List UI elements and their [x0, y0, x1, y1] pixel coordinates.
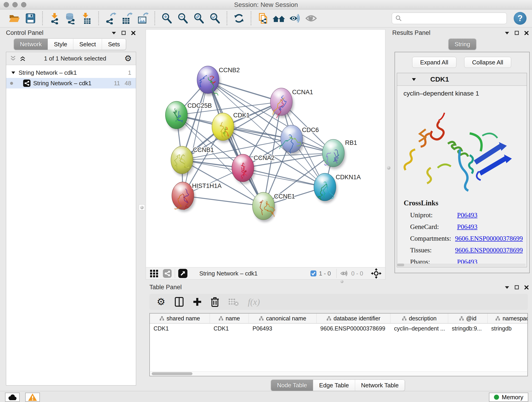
table-cell[interactable]: CDK1 [150, 324, 210, 333]
crosslink-link[interactable]: P06493 [457, 223, 477, 230]
network-node-CDKN1A[interactable]: CDKN1A [314, 173, 361, 203]
collapse-all-networks-icon[interactable] [19, 56, 26, 61]
tab-style[interactable]: Style [48, 39, 73, 50]
table-row[interactable]: CDK1CDK1P064939606.ENSP00000378699cyclin… [150, 324, 527, 333]
table-cell[interactable]: stringdb [488, 324, 528, 333]
table-cell[interactable]: stringdb:9... [448, 324, 488, 333]
scrollbar-thumb[interactable] [152, 372, 192, 375]
maximize-results-panel-icon[interactable] [515, 31, 519, 35]
fx-icon: f(x) [248, 297, 260, 307]
protein-card-scrollbar[interactable] [397, 264, 526, 266]
warnings-button[interactable] [25, 393, 40, 402]
expand-all-networks-icon[interactable] [10, 56, 16, 61]
delete-table-button[interactable] [228, 298, 239, 306]
search-icon [395, 15, 402, 22]
column-header-description[interactable]: description [390, 313, 448, 323]
collection-expander-icon[interactable] [11, 71, 15, 74]
close-results-panel-icon[interactable] [524, 31, 529, 35]
save-session-button[interactable] [24, 11, 37, 26]
right-splitter-handle[interactable] [386, 165, 391, 171]
home-button[interactable] [272, 11, 286, 26]
column-header-namespace[interactable]: namespace [488, 313, 528, 323]
search-input[interactable] [404, 15, 507, 22]
hide-selected-button[interactable] [288, 11, 302, 26]
network-node-CDK1[interactable]: CDK1 [212, 112, 250, 143]
network-node-RB1[interactable]: RB1 [322, 139, 357, 169]
table-cell[interactable]: P06493 [249, 324, 317, 333]
zoom-selected-button[interactable] [208, 11, 222, 26]
delete-column-button[interactable] [211, 297, 219, 307]
column-header-name[interactable]: name [210, 313, 249, 323]
protein-card-header[interactable]: CDK1 [397, 73, 527, 86]
network-node-CDC6[interactable]: CDC6 [279, 125, 319, 155]
network-node-CDC25B[interactable]: CDC25B [165, 101, 212, 131]
tab-sets[interactable]: Sets [102, 39, 126, 50]
close-panel-icon[interactable] [131, 31, 136, 35]
network-node-CCNA1[interactable]: CCNA1 [270, 88, 313, 118]
show-all-button[interactable] [304, 11, 318, 26]
export-table-button[interactable] [120, 11, 133, 26]
bottom-splitter-handle[interactable] [340, 280, 344, 283]
column-header-database-identifier[interactable]: database identifier [317, 313, 390, 323]
crosslink-link[interactable]: 9606.ENSP00000378699 [455, 246, 523, 254]
open-session-button[interactable] [7, 11, 21, 26]
import-network-button[interactable] [48, 11, 61, 26]
open-in-browser-icon[interactable] [178, 269, 187, 278]
function-builder-button[interactable]: f(x) [248, 297, 260, 307]
float-panel-icon[interactable] [111, 31, 116, 35]
table-horizontal-scrollbar[interactable] [149, 371, 528, 376]
network-row-selected[interactable]: String Network – cdk1 11 48 [6, 78, 136, 89]
node-label-CDK1: CDK1 [233, 112, 250, 119]
tab-select[interactable]: Select [73, 39, 102, 50]
help-button[interactable]: ? [514, 12, 526, 25]
selected-checkbox-icon[interactable] [310, 270, 317, 277]
column-header-canonical-name[interactable]: canonical name [249, 313, 317, 323]
table-tab-network-table[interactable]: Network Table [355, 380, 405, 391]
collapse-all-button[interactable]: Collapse All [464, 57, 511, 68]
create-column-button[interactable] [193, 298, 202, 306]
table-cell[interactable]: 9606.ENSP00000378699 [317, 324, 390, 333]
results-tab-string[interactable]: String [449, 39, 476, 50]
import-table-button[interactable] [80, 11, 94, 26]
protein-card-expander-icon[interactable] [412, 78, 416, 81]
show-columns-button[interactable] [175, 297, 184, 307]
cloud-status-button[interactable] [5, 393, 20, 402]
grid-view-icon[interactable] [150, 269, 159, 278]
tab-network[interactable]: Network [14, 39, 48, 50]
network-canvas[interactable]: CCNB2CCNA1CDC25BCDK1CDC6RB1CCNB1CCNA2CDK… [146, 29, 385, 268]
float-table-panel-icon[interactable] [505, 286, 510, 289]
search-field[interactable] [392, 13, 507, 24]
export-network-button[interactable] [104, 11, 118, 26]
zoom-in-button[interactable] [160, 11, 174, 26]
clone-network-button[interactable] [256, 11, 270, 26]
table-tab-edge-table[interactable]: Edge Table [313, 380, 355, 391]
crosslink-link[interactable]: 9606.ENSP00000378699 [455, 235, 523, 242]
expand-all-button[interactable]: Expand All [412, 57, 456, 68]
network-node-HIST1H1A[interactable]: HIST1H1A [172, 182, 222, 212]
zoom-out-button[interactable] [176, 11, 190, 26]
left-splitter-handle[interactable] [139, 204, 145, 211]
network-node-CCNB2[interactable]: CCNB2 [197, 66, 240, 96]
table-tab-node-table[interactable]: Node Table [271, 380, 313, 391]
table-cell[interactable]: CDK1 [210, 324, 249, 333]
fit-selection-crosshair-icon[interactable] [371, 268, 381, 279]
birds-eye-share-icon[interactable] [163, 269, 172, 278]
maximize-panel-icon[interactable] [121, 31, 126, 35]
zoom-fit-button[interactable] [192, 11, 206, 26]
export-image-button[interactable] [136, 11, 150, 26]
results-panel-title: Results Panel [392, 29, 431, 36]
import-network-from-database-button[interactable] [64, 11, 77, 26]
crosslink-link[interactable]: P06493 [457, 211, 477, 219]
network-node-CCNE1[interactable]: CCNE1 [253, 192, 295, 222]
close-table-panel-icon[interactable] [524, 285, 529, 290]
float-results-panel-icon[interactable] [505, 31, 510, 35]
table-cell[interactable]: cyclin–dependent ... [390, 324, 448, 333]
memory-button[interactable]: Memory [489, 393, 528, 402]
maximize-table-panel-icon[interactable] [515, 285, 519, 290]
network-options-gear-icon[interactable]: ⚙ [124, 54, 132, 63]
column-header-id[interactable]: @id [448, 313, 488, 323]
refresh-view-button[interactable] [232, 11, 246, 26]
table-options-button[interactable]: ⚙ [157, 298, 165, 306]
network-collection-row[interactable]: String Network – cdk1 1 [6, 67, 136, 78]
column-header-shared-name[interactable]: shared name [150, 313, 210, 323]
